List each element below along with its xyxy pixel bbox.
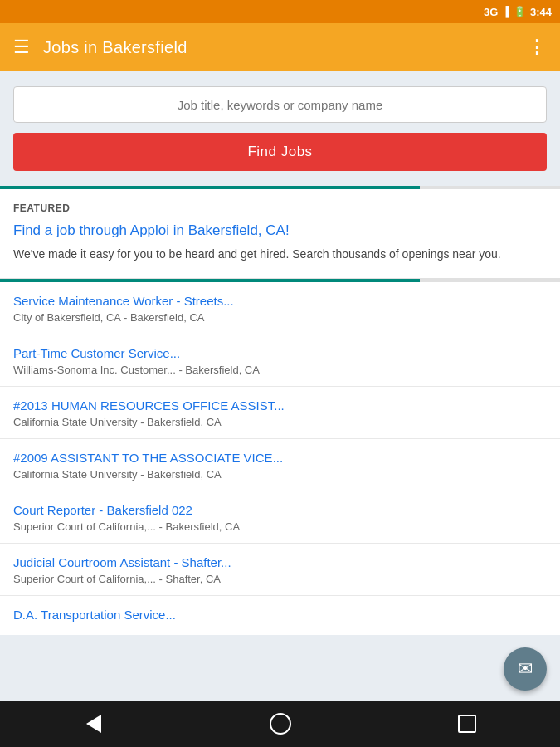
featured-section: FEATURED Find a job through Apploi in Ba… xyxy=(0,189,560,279)
featured-label: FEATURED xyxy=(13,203,547,214)
scroll-indicator-top xyxy=(0,186,560,189)
status-bar: 3G ▐ 🔋 3:44 xyxy=(0,0,560,23)
job-title-5: Judicial Courtroom Assistant - Shafter..… xyxy=(13,555,547,569)
recents-button[interactable] xyxy=(446,703,488,745)
battery-icon: 🔋 xyxy=(514,6,526,17)
job-item-4[interactable]: Court Reporter - Bakersfield 022 Superio… xyxy=(0,491,560,544)
job-item-1[interactable]: Part-Time Customer Service... Williams-S… xyxy=(0,334,560,387)
more-options-icon[interactable]: ⋮ xyxy=(528,37,547,58)
job-item-2[interactable]: #2013 HUMAN RESOURCES OFFICE ASSIST... C… xyxy=(0,387,560,439)
job-company-2: California State University - Bakersfiel… xyxy=(13,416,547,428)
find-jobs-button[interactable]: Find Jobs xyxy=(13,133,547,171)
main-content: Find Jobs FEATURED Find a job through Ap… xyxy=(0,71,560,701)
email-fab[interactable]: ✉ xyxy=(504,647,547,691)
job-company-4: Superior Court of California,... - Baker… xyxy=(13,520,547,533)
job-title-1: Part-Time Customer Service... xyxy=(13,346,547,360)
network-indicator: 3G xyxy=(484,6,498,18)
job-item-5[interactable]: Judicial Courtroom Assistant - Shafter..… xyxy=(0,544,560,596)
job-title-4: Court Reporter - Bakersfield 022 xyxy=(13,503,547,517)
featured-description: We've made it easy for you to be heard a… xyxy=(13,246,547,263)
signal-icon: ▐ xyxy=(502,6,509,17)
time-display: 3:44 xyxy=(530,6,552,18)
job-company-3: California State University - Bakersfiel… xyxy=(13,468,547,481)
job-company-0: City of Bakersfield, CA - Bakersfield, C… xyxy=(13,311,547,324)
scroll-progress-top xyxy=(0,186,420,189)
bottom-nav xyxy=(0,701,560,747)
home-button[interactable] xyxy=(260,703,301,745)
job-item-6[interactable]: D.A. Transportation Service... xyxy=(0,596,560,635)
job-item-0[interactable]: Service Maintenance Worker - Streets... … xyxy=(0,282,560,334)
featured-title[interactable]: Find a job through Apploi in Bakersfield… xyxy=(13,222,547,239)
app-bar: ☰ Jobs in Bakersfield ⋮ xyxy=(0,23,560,71)
job-title-6: D.A. Transportation Service... xyxy=(13,608,547,622)
hamburger-menu-icon[interactable]: ☰ xyxy=(13,37,30,58)
job-item-3[interactable]: #2009 ASSISTANT TO THE ASSOCIATE VICE...… xyxy=(0,439,560,491)
search-area: Find Jobs xyxy=(0,71,560,186)
job-company-5: Superior Court of California,... - Shaft… xyxy=(13,573,547,585)
app-title: Jobs in Bakersfield xyxy=(43,38,187,57)
job-list: Service Maintenance Worker - Streets... … xyxy=(0,282,560,635)
scroll-progress-bottom xyxy=(0,279,420,282)
status-icons: 3G ▐ 🔋 3:44 xyxy=(484,6,552,18)
search-input[interactable] xyxy=(13,86,547,123)
back-button[interactable] xyxy=(73,703,114,745)
job-title-2: #2013 HUMAN RESOURCES OFFICE ASSIST... xyxy=(13,398,547,413)
job-title-3: #2009 ASSISTANT TO THE ASSOCIATE VICE... xyxy=(13,451,547,465)
job-title-0: Service Maintenance Worker - Streets... xyxy=(13,294,547,308)
scroll-indicator-bottom xyxy=(0,279,560,282)
email-fab-icon: ✉ xyxy=(518,658,533,680)
app-bar-left: ☰ Jobs in Bakersfield xyxy=(13,37,187,58)
job-company-1: Williams-Sonoma Inc. Customer... - Baker… xyxy=(13,364,547,376)
